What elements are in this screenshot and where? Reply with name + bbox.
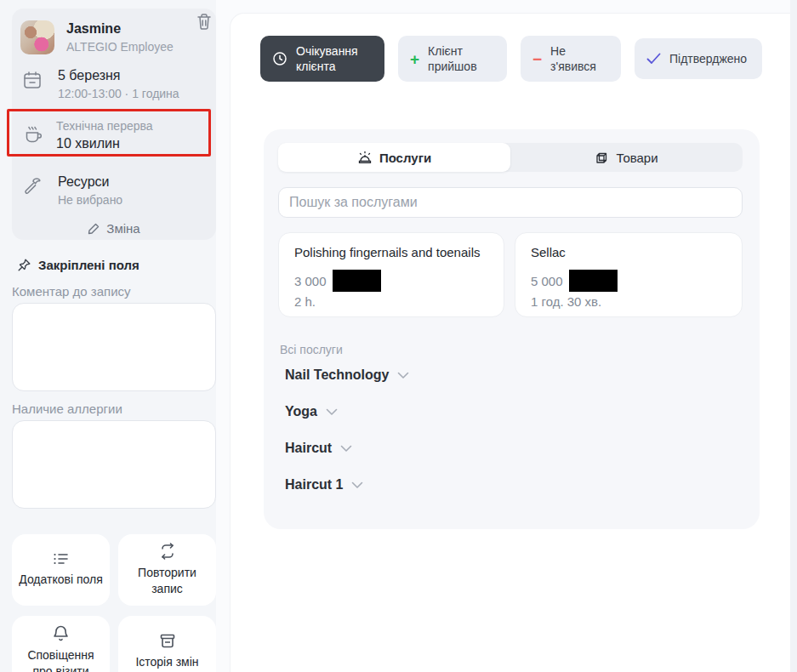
additional-fields-button[interactable]: Додаткові поля: [12, 534, 110, 606]
avatar: [20, 20, 54, 54]
client-name: Jasmine: [66, 21, 174, 37]
pin-icon: [17, 258, 31, 272]
delete-button[interactable]: [194, 11, 214, 31]
visit-notifications-button[interactable]: Сповіщення про візити: [12, 616, 110, 672]
status-confirmed-button[interactable]: Підтверджено: [635, 38, 762, 79]
change-history-button[interactable]: Історія змін: [118, 616, 216, 672]
edit-appointment-link[interactable]: Зміна: [12, 221, 216, 236]
services-panel: Послуги Товари Polishing fingernails and…: [264, 129, 760, 529]
service-duration: 1 год. 30 хв.: [531, 294, 726, 309]
redacted-currency: [333, 270, 381, 292]
date-row[interactable]: 5 березня 12:00-13:00 · 1 година: [22, 68, 179, 100]
chevron-down-icon: [351, 481, 363, 489]
tech-break-value: 10 хвилин: [56, 136, 153, 151]
client-row[interactable]: Jasmine ALTEGIO Employee: [20, 20, 208, 54]
tech-break-row[interactable]: Технічна перерва 10 хвилин: [22, 119, 153, 151]
trash-icon: [196, 13, 212, 30]
resources-label: Ресурси: [58, 174, 122, 190]
service-name: Polishing fingernails and toenails: [294, 245, 488, 259]
category-nail-technology[interactable]: Nail Technology: [278, 356, 745, 393]
appointment-time: 12:00-13:00 · 1 година: [58, 87, 179, 100]
action-label: Додаткові поля: [19, 572, 103, 588]
category-name: Haircut: [285, 441, 332, 456]
service-duration: 2 h.: [294, 294, 488, 309]
client-role: ALTEGIO Employee: [66, 40, 174, 54]
chevron-down-icon: [340, 445, 352, 453]
plus-icon: +: [410, 51, 419, 67]
hammer-icon: [22, 174, 48, 207]
check-icon: [646, 53, 661, 65]
allergy-field-label: Наличие аллергии: [12, 401, 122, 416]
category-name: Haircut 1: [285, 477, 343, 493]
category-name: Yoga: [285, 404, 317, 419]
status-label: Очікування клієнта: [296, 43, 373, 74]
repeat-appointment-button[interactable]: Повторити запис: [118, 534, 216, 606]
sidebar-actions: Додаткові поля Повторити запис: [12, 534, 216, 672]
resources-row[interactable]: Ресурси Не вибрано: [22, 174, 122, 207]
tab-label: Послуги: [379, 151, 431, 165]
cube-icon: [595, 151, 609, 165]
bell-icon: [53, 624, 69, 642]
minus-icon: −: [532, 51, 542, 67]
status-buttons: Очікування клієнта + Клієнт прийшов − Не…: [260, 36, 762, 82]
allergy-field[interactable]: [12, 420, 216, 509]
service-bell-icon: [357, 151, 373, 165]
appointment-summary-card: Jasmine ALTEGIO Employee: [12, 9, 216, 240]
service-name: Sellac: [531, 245, 726, 259]
tab-label: Товари: [616, 151, 658, 165]
tab-services[interactable]: Послуги: [278, 143, 510, 172]
comment-field-label: Коментар до запису: [12, 284, 131, 299]
status-label: Не з'явився: [550, 43, 609, 74]
pinned-fields-title: Закріплені поля: [38, 258, 139, 272]
appointment-date: 5 березня: [58, 68, 179, 83]
scrollbar-track[interactable]: [790, 0, 797, 672]
calendar-icon: [22, 68, 48, 100]
tab-goods[interactable]: Товари: [510, 143, 743, 172]
clock-icon: [272, 51, 287, 66]
status-waiting-button[interactable]: Очікування клієнта: [260, 36, 384, 82]
status-label: Клієнт прийшов: [428, 43, 495, 74]
action-label: Сповіщення про візити: [17, 647, 105, 672]
chevron-down-icon: [326, 408, 338, 416]
action-label: Історія змін: [135, 654, 198, 670]
service-search-input[interactable]: [278, 187, 743, 218]
category-haircut[interactable]: Haircut: [278, 430, 745, 466]
main-panel: Очікування клієнта + Клієнт прийшов − Не…: [231, 14, 790, 672]
repeat-icon: [159, 543, 176, 560]
all-services-label: Всі послуги: [280, 343, 745, 356]
status-arrived-button[interactable]: + Клієнт прийшов: [398, 36, 507, 82]
status-no-show-button[interactable]: − Не з'явився: [521, 36, 621, 82]
appointment-window: Jasmine ALTEGIO Employee: [0, 0, 797, 672]
service-price: 3 000: [294, 274, 327, 288]
tab-bar: Послуги Товари: [278, 143, 743, 172]
resources-value: Не вибрано: [58, 193, 122, 207]
edit-link-label: Зміна: [106, 221, 139, 236]
category-name: Nail Technology: [285, 367, 389, 383]
pencil-icon: [88, 222, 100, 235]
archive-icon: [159, 633, 176, 649]
service-price: 5 000: [531, 274, 563, 288]
sidebar: Jasmine ALTEGIO Employee: [0, 0, 216, 672]
pinned-fields-header: Закріплені поля: [17, 258, 139, 272]
coffee-cup-icon: [22, 119, 48, 151]
action-label: Повторити запис: [123, 565, 211, 597]
redacted-currency: [569, 270, 618, 292]
service-card[interactable]: Polishing fingernails and toenails 3 000…: [278, 232, 504, 317]
category-haircut-1[interactable]: Haircut 1: [278, 466, 745, 503]
category-yoga[interactable]: Yoga: [278, 393, 745, 430]
tech-break-label: Технічна перерва: [56, 119, 153, 133]
chevron-down-icon: [397, 372, 409, 379]
comment-field[interactable]: [12, 303, 216, 391]
pinned-services: Polishing fingernails and toenails 3 000…: [278, 232, 745, 317]
service-card[interactable]: Sellac 5 000 1 год. 30 хв.: [515, 232, 743, 317]
status-label: Підтверджено: [669, 51, 747, 66]
list-icon: [53, 551, 70, 567]
